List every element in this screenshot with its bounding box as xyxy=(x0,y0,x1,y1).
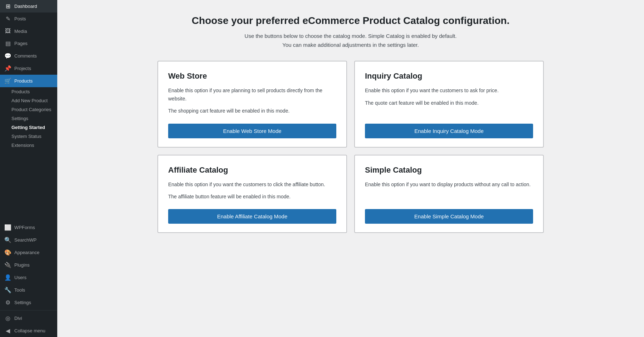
submenu-product-categories[interactable]: Product Categories xyxy=(0,105,57,114)
sidebar-item-media[interactable]: 🖼 Media xyxy=(0,25,57,37)
sidebar-item-products[interactable]: 🛒 Products xyxy=(0,75,57,87)
card-web-store: Web Store Enable this option if you are … xyxy=(157,61,347,147)
card-inquiry-catalog-title: Inquiry Catalog xyxy=(365,71,533,81)
sidebar-item-plugins[interactable]: 🔌 Plugins xyxy=(0,259,57,271)
sidebar-item-appearance[interactable]: 🎨 Appearance xyxy=(0,246,57,259)
submenu-settings[interactable]: Settings xyxy=(0,114,57,123)
card-simple-catalog-desc: Enable this option if you want to displa… xyxy=(365,180,533,188)
sidebar-item-posts[interactable]: ✎ Posts xyxy=(0,13,57,25)
tools-icon: 🔧 xyxy=(4,287,11,293)
wpforms-icon: ⬜ xyxy=(4,224,11,231)
products-submenu: Products Add New Product Product Categor… xyxy=(0,87,57,150)
settings-icon: ⚙ xyxy=(4,299,11,306)
card-inquiry-catalog: Inquiry Catalog Enable this option if yo… xyxy=(354,61,544,147)
appearance-icon: 🎨 xyxy=(4,249,11,256)
card-simple-catalog-title: Simple Catalog xyxy=(365,165,533,175)
plugins-icon: 🔌 xyxy=(4,262,11,268)
content-area: Choose your preferred eCommerce Product … xyxy=(136,0,565,337)
sidebar-item-comments[interactable]: 💬 Comments xyxy=(0,50,57,62)
sidebar: ⊞ Dashboard ✎ Posts 🖼 Media ▤ Pages 💬 Co… xyxy=(0,0,57,337)
enable-inquiry-catalog-button[interactable]: Enable Inquiry Catalog Mode xyxy=(365,124,533,138)
card-web-store-desc: Enable this option if you are planning t… xyxy=(168,86,336,103)
card-web-store-title: Web Store xyxy=(168,71,336,81)
dashboard-icon: ⊞ xyxy=(4,3,11,10)
sidebar-item-tools[interactable]: 🔧 Tools xyxy=(0,284,57,296)
submenu-system-status[interactable]: System Status xyxy=(0,132,57,141)
submenu-extensions[interactable]: Extensions xyxy=(0,141,57,150)
card-inquiry-catalog-note: The quote cart feature will be enabled i… xyxy=(365,99,533,115)
main-content: Choose your preferred eCommerce Product … xyxy=(57,0,644,337)
users-icon: 👤 xyxy=(4,274,11,281)
enable-web-store-button[interactable]: Enable Web Store Mode xyxy=(168,124,336,138)
submenu-getting-started[interactable]: Getting Started xyxy=(0,123,57,132)
sidebar-separator xyxy=(0,310,57,311)
sidebar-item-divi[interactable]: ◎ Divi xyxy=(0,312,57,324)
submenu-add-new-product[interactable]: Add New Product xyxy=(0,96,57,105)
submenu-products[interactable]: Products xyxy=(0,87,57,96)
sidebar-item-pages[interactable]: ▤ Pages xyxy=(0,37,57,50)
posts-icon: ✎ xyxy=(4,15,11,22)
sidebar-item-wpforms[interactable]: ⬜ WPForms xyxy=(0,221,57,234)
sidebar-item-projects[interactable]: 📌 Projects xyxy=(0,62,57,75)
sidebar-item-users[interactable]: 👤 Users xyxy=(0,271,57,284)
card-affiliate-catalog: Affiliate Catalog Enable this option if … xyxy=(157,155,347,233)
comments-icon: 💬 xyxy=(4,53,11,59)
page-title: Choose your preferred eCommerce Product … xyxy=(157,14,544,27)
card-affiliate-catalog-desc: Enable this option if you want the custo… xyxy=(168,180,336,188)
enable-affiliate-catalog-button[interactable]: Enable Affiliate Catalog Mode xyxy=(168,209,336,224)
collapse-icon: ◀ xyxy=(4,327,11,334)
sidebar-item-searchwp[interactable]: 🔍 SearchWP xyxy=(0,234,57,246)
products-icon: 🛒 xyxy=(4,78,11,84)
card-simple-catalog: Simple Catalog Enable this option if you… xyxy=(354,155,544,233)
sidebar-item-dashboard[interactable]: ⊞ Dashboard xyxy=(0,0,57,13)
sidebar-item-collapse[interactable]: ◀ Collapse menu xyxy=(0,324,57,337)
projects-icon: 📌 xyxy=(4,65,11,72)
media-icon: 🖼 xyxy=(4,28,11,34)
pages-icon: ▤ xyxy=(4,40,11,47)
catalog-grid: Web Store Enable this option if you are … xyxy=(157,61,544,233)
divi-icon: ◎ xyxy=(4,315,11,322)
card-affiliate-catalog-note: The affiliate button feature will be ena… xyxy=(168,193,336,200)
sidebar-item-settings[interactable]: ⚙ Settings xyxy=(0,296,57,309)
card-affiliate-catalog-title: Affiliate Catalog xyxy=(168,165,336,175)
enable-simple-catalog-button[interactable]: Enable Simple Catalog Mode xyxy=(365,209,533,224)
page-subtitle: Use the buttons below to choose the cata… xyxy=(157,33,544,39)
searchwp-icon: 🔍 xyxy=(4,237,11,243)
card-inquiry-catalog-desc: Enable this option if you want the custo… xyxy=(365,86,533,94)
card-web-store-note: The shopping cart feature will be enable… xyxy=(168,107,336,115)
page-note: You can make additional adjustments in t… xyxy=(157,42,544,48)
card-simple-catalog-note xyxy=(365,193,533,200)
